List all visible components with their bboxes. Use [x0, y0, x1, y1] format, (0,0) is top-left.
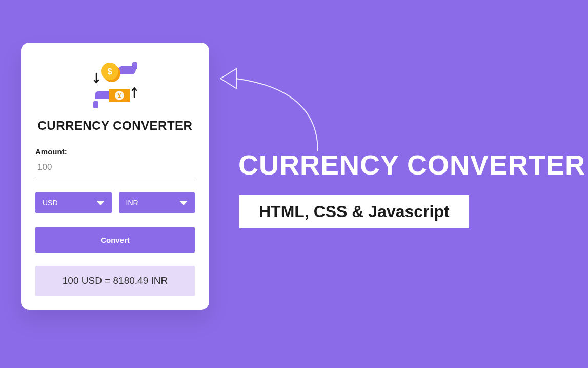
to-currency-select[interactable]: INR: [119, 192, 195, 213]
card-title: CURRENCY CONVERTER: [35, 119, 195, 133]
convert-button[interactable]: Convert: [35, 227, 195, 253]
from-currency-select[interactable]: USD: [35, 192, 112, 213]
svg-text:$: $: [107, 67, 112, 76]
currency-selects: USD INR: [35, 192, 195, 213]
amount-input[interactable]: [35, 159, 195, 177]
svg-rect-4: [93, 101, 98, 108]
from-currency-value: USD: [43, 199, 58, 207]
svg-text:¥: ¥: [117, 92, 121, 100]
converter-card: $ ¥ CURRENCY CONVERTER Amount: USD INR C…: [21, 43, 209, 310]
chevron-down-icon: [179, 201, 188, 205]
svg-rect-0: [132, 62, 137, 69]
page-headline: CURRENCY CONVERTER: [238, 149, 585, 181]
to-currency-value: INR: [126, 199, 138, 207]
amount-label: Amount:: [35, 147, 195, 156]
chevron-down-icon: [96, 201, 105, 205]
result-display: 100 USD = 8180.49 INR: [35, 266, 195, 296]
page-subheadline: HTML, CSS & Javascript: [239, 195, 469, 228]
currency-exchange-icon: $ ¥: [87, 57, 144, 113]
decorative-arrow-icon: [215, 59, 328, 157]
